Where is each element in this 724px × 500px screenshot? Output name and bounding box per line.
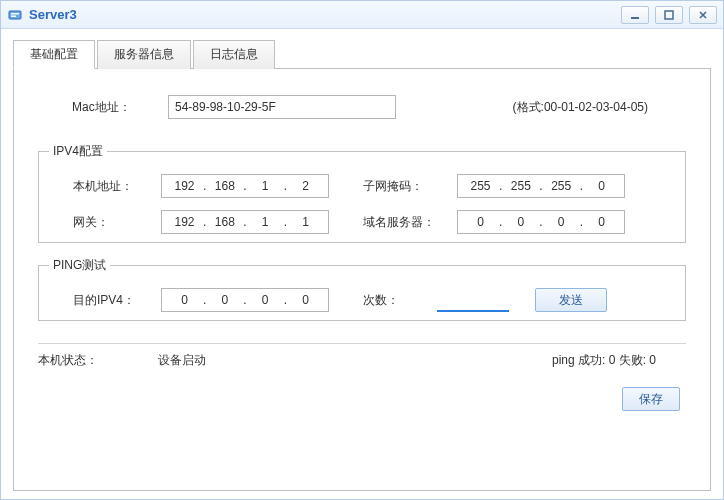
host-oct4[interactable] [289,179,322,193]
window-controls [621,6,717,24]
ping-count-input[interactable] [437,288,509,312]
host-addr-label: 本机地址： [57,178,153,195]
host-oct1[interactable] [168,179,201,193]
host-state-value: 设备启动 [158,352,552,369]
gateway-input[interactable]: . . . [161,210,329,234]
gateway-label: 网关： [57,214,153,231]
mask-oct2[interactable] [504,179,537,193]
mask-oct4[interactable] [585,179,618,193]
gw-oct1[interactable] [168,215,201,229]
ping-result: ping 成功: 0 失败: 0 [552,352,686,369]
mac-format-hint: (格式:00-01-02-03-04-05) [513,99,668,116]
svg-rect-3 [631,17,639,19]
dns-input[interactable]: . . . [457,210,625,234]
ping-group: PING测试 目的IPV4： . . . 次数： 发送 [38,257,686,321]
status-row: 本机状态： 设备启动 ping 成功: 0 失败: 0 [38,352,686,369]
ipv4-group: IPV4配置 本机地址： . . . 子网掩码： . . . [38,143,686,243]
dns-oct3[interactable] [545,215,578,229]
tab-panel-basic: Mac地址： (格式:00-01-02-03-04-05) IPV4配置 本机地… [13,68,711,491]
svg-rect-0 [9,11,21,19]
ping-oct3[interactable] [249,293,282,307]
minimize-button[interactable] [621,6,649,24]
separator [38,343,686,344]
app-window: Server3 基础配置 服务器信息 日志信息 Mac地址： (格式:00-01… [0,0,724,500]
mac-input[interactable] [168,95,396,119]
tabstrip: 基础配置 服务器信息 日志信息 [13,39,711,68]
window-title: Server3 [29,7,621,22]
host-oct3[interactable] [249,179,282,193]
host-addr-input[interactable]: . . . [161,174,329,198]
dns-oct4[interactable] [585,215,618,229]
tab-log-info[interactable]: 日志信息 [193,40,275,69]
content: 基础配置 服务器信息 日志信息 Mac地址： (格式:00-01-02-03-0… [1,29,723,499]
host-oct2[interactable] [208,179,241,193]
ping-legend: PING测试 [49,257,110,274]
mac-label: Mac地址： [72,99,168,116]
tab-server-info[interactable]: 服务器信息 [97,40,191,69]
footer-buttons: 保存 [38,387,686,411]
svg-rect-1 [11,13,19,15]
ping-target-input[interactable]: . . . [161,288,329,312]
ping-target-label: 目的IPV4： [57,292,153,309]
gw-oct2[interactable] [208,215,241,229]
mask-label: 子网掩码： [339,178,449,195]
mac-row: Mac地址： (格式:00-01-02-03-04-05) [38,89,686,119]
gw-oct4[interactable] [289,215,322,229]
mask-oct1[interactable] [464,179,497,193]
maximize-button[interactable] [655,6,683,24]
app-icon [7,7,23,23]
ipv4-legend: IPV4配置 [49,143,107,160]
dns-label: 域名服务器： [339,214,449,231]
host-state-label: 本机状态： [38,352,158,369]
tab-basic-config[interactable]: 基础配置 [13,40,95,69]
ping-oct2[interactable] [208,293,241,307]
mask-input[interactable]: . . . [457,174,625,198]
ping-oct1[interactable] [168,293,201,307]
ping-oct4[interactable] [289,293,322,307]
svg-rect-2 [11,15,16,17]
mask-oct3[interactable] [545,179,578,193]
gw-oct3[interactable] [249,215,282,229]
send-button[interactable]: 发送 [535,288,607,312]
dns-oct2[interactable] [504,215,537,229]
titlebar: Server3 [1,1,723,29]
close-button[interactable] [689,6,717,24]
svg-rect-4 [665,11,673,19]
save-button[interactable]: 保存 [622,387,680,411]
ping-count-label: 次数： [339,292,429,309]
dns-oct1[interactable] [464,215,497,229]
